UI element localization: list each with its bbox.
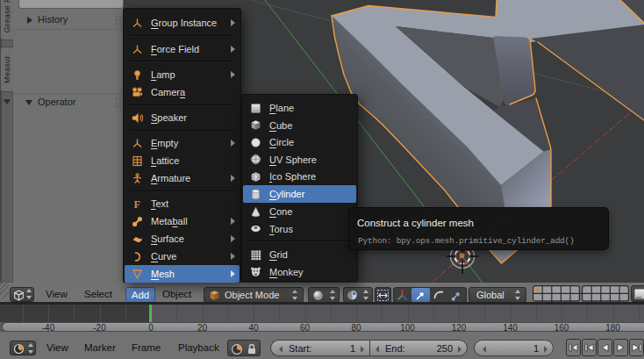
svg-text:F: F [134, 198, 140, 210]
